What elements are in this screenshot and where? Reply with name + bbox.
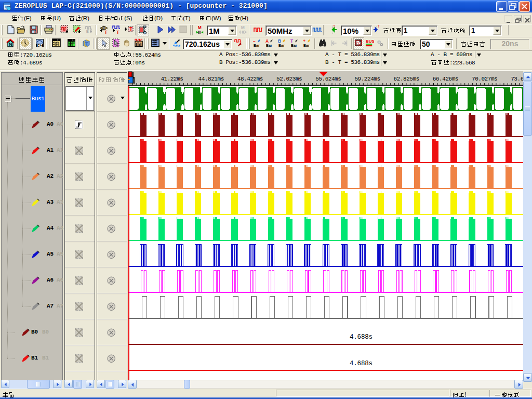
svg-text:B: B: [278, 38, 281, 44]
svg-text:T: T: [378, 25, 380, 28]
svg-text:Bar: Bar: [266, 44, 272, 48]
svg-text:+: +: [303, 38, 305, 44]
svg-text:T: T: [290, 38, 294, 44]
svg-text:Bar: Bar: [291, 44, 297, 48]
svg-text:Bar: Bar: [303, 44, 310, 48]
svg-text:A: A: [265, 38, 269, 44]
svg-text:1: 1: [73, 44, 75, 47]
svg-text:N: N: [9, 42, 12, 47]
svg-text:HZ: HZ: [37, 44, 43, 47]
svg-text:Bar: Bar: [278, 44, 285, 48]
svg-text:0: 0: [69, 44, 70, 47]
svg-text:BUS: BUS: [366, 39, 374, 44]
svg-text:Bar: Bar: [254, 44, 260, 48]
svg-text:T: T: [116, 30, 119, 34]
svg-text:T: T: [129, 26, 132, 32]
svg-text:M: M: [198, 25, 202, 30]
svg-text:T: T: [104, 30, 108, 34]
svg-text:T: T: [334, 25, 336, 28]
svg-text:1: 1: [71, 44, 73, 47]
svg-text:E: E: [86, 30, 89, 33]
svg-text:−: −: [253, 38, 256, 44]
svg-text:M: M: [241, 25, 245, 30]
